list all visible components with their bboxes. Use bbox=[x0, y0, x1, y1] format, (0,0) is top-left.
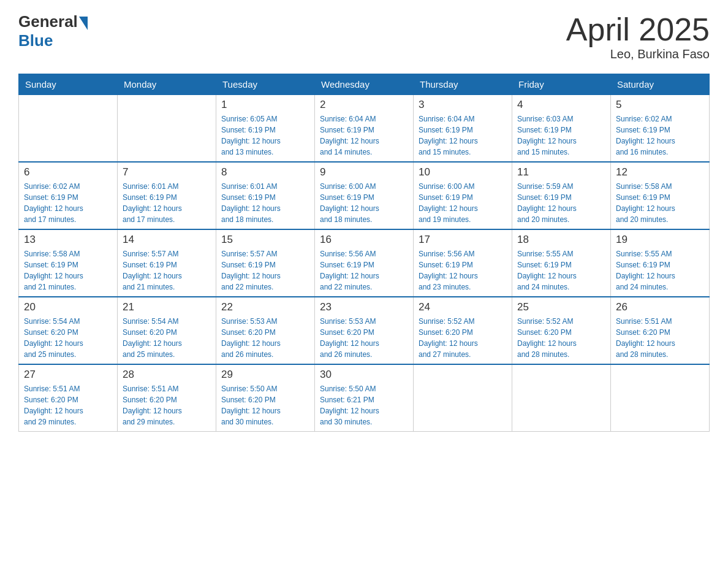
day-number: 27 bbox=[24, 369, 112, 381]
calendar-cell: 29Sunrise: 5:50 AM Sunset: 6:20 PM Dayli… bbox=[216, 364, 315, 432]
calendar-cell: 25Sunrise: 5:52 AM Sunset: 6:20 PM Dayli… bbox=[512, 297, 611, 364]
calendar-cell bbox=[512, 364, 611, 432]
day-info: Sunrise: 5:50 AM Sunset: 6:21 PM Dayligh… bbox=[320, 383, 408, 427]
calendar-week-row: 20Sunrise: 5:54 AM Sunset: 6:20 PM Dayli… bbox=[19, 297, 710, 364]
day-number: 29 bbox=[221, 369, 309, 381]
day-number: 3 bbox=[419, 99, 507, 111]
day-info: Sunrise: 5:53 AM Sunset: 6:20 PM Dayligh… bbox=[320, 316, 408, 360]
day-info: Sunrise: 5:54 AM Sunset: 6:20 PM Dayligh… bbox=[24, 316, 112, 360]
calendar-cell: 17Sunrise: 5:56 AM Sunset: 6:19 PM Dayli… bbox=[414, 229, 512, 297]
day-info: Sunrise: 5:51 AM Sunset: 6:20 PM Dayligh… bbox=[24, 383, 112, 427]
day-number: 8 bbox=[221, 166, 309, 178]
day-number: 14 bbox=[123, 234, 211, 246]
day-number: 28 bbox=[123, 369, 211, 381]
day-number: 5 bbox=[616, 99, 704, 111]
day-info: Sunrise: 5:58 AM Sunset: 6:19 PM Dayligh… bbox=[24, 248, 112, 293]
calendar-week-row: 13Sunrise: 5:58 AM Sunset: 6:19 PM Dayli… bbox=[19, 229, 710, 297]
logo-triangle-icon bbox=[79, 17, 88, 30]
calendar-header-row: SundayMondayTuesdayWednesdayThursdayFrid… bbox=[19, 74, 710, 95]
calendar-cell bbox=[19, 95, 118, 163]
calendar-cell: 1Sunrise: 6:05 AM Sunset: 6:19 PM Daylig… bbox=[216, 95, 315, 163]
day-number: 19 bbox=[616, 234, 704, 246]
calendar-cell: 3Sunrise: 6:04 AM Sunset: 6:19 PM Daylig… bbox=[414, 95, 512, 163]
calendar-cell: 2Sunrise: 6:04 AM Sunset: 6:19 PM Daylig… bbox=[315, 95, 414, 163]
day-number: 24 bbox=[419, 301, 507, 313]
column-header-friday: Friday bbox=[512, 74, 611, 95]
calendar-cell: 12Sunrise: 5:58 AM Sunset: 6:19 PM Dayli… bbox=[611, 162, 710, 229]
day-number: 4 bbox=[517, 99, 605, 111]
calendar-cell: 23Sunrise: 5:53 AM Sunset: 6:20 PM Dayli… bbox=[315, 297, 414, 364]
day-info: Sunrise: 6:01 AM Sunset: 6:19 PM Dayligh… bbox=[221, 181, 309, 225]
day-number: 23 bbox=[320, 301, 408, 313]
column-header-sunday: Sunday bbox=[19, 74, 118, 95]
day-number: 1 bbox=[221, 99, 309, 111]
calendar-cell: 22Sunrise: 5:53 AM Sunset: 6:20 PM Dayli… bbox=[216, 297, 315, 364]
day-number: 11 bbox=[517, 166, 605, 178]
day-info: Sunrise: 5:57 AM Sunset: 6:19 PM Dayligh… bbox=[221, 248, 309, 293]
calendar-cell: 7Sunrise: 6:01 AM Sunset: 6:19 PM Daylig… bbox=[118, 162, 216, 229]
calendar-week-row: 27Sunrise: 5:51 AM Sunset: 6:20 PM Dayli… bbox=[19, 364, 710, 432]
day-number: 22 bbox=[221, 301, 309, 313]
day-number: 20 bbox=[24, 301, 112, 313]
day-info: Sunrise: 6:05 AM Sunset: 6:19 PM Dayligh… bbox=[221, 113, 309, 158]
column-header-tuesday: Tuesday bbox=[216, 74, 315, 95]
column-header-thursday: Thursday bbox=[414, 74, 512, 95]
calendar-cell bbox=[118, 95, 216, 163]
calendar-cell: 21Sunrise: 5:54 AM Sunset: 6:20 PM Dayli… bbox=[118, 297, 216, 364]
day-info: Sunrise: 5:56 AM Sunset: 6:19 PM Dayligh… bbox=[320, 248, 408, 293]
day-info: Sunrise: 6:02 AM Sunset: 6:19 PM Dayligh… bbox=[616, 113, 704, 158]
calendar-cell: 11Sunrise: 5:59 AM Sunset: 6:19 PM Dayli… bbox=[512, 162, 611, 229]
day-info: Sunrise: 5:55 AM Sunset: 6:19 PM Dayligh… bbox=[517, 248, 605, 293]
day-number: 9 bbox=[320, 166, 408, 178]
calendar-cell: 4Sunrise: 6:03 AM Sunset: 6:19 PM Daylig… bbox=[512, 95, 611, 163]
day-info: Sunrise: 5:52 AM Sunset: 6:20 PM Dayligh… bbox=[419, 316, 507, 360]
logo-text-general: General bbox=[18, 12, 78, 31]
day-number: 10 bbox=[419, 166, 507, 178]
calendar-cell: 5Sunrise: 6:02 AM Sunset: 6:19 PM Daylig… bbox=[611, 95, 710, 163]
calendar-table: SundayMondayTuesdayWednesdayThursdayFrid… bbox=[18, 74, 710, 432]
calendar-cell: 26Sunrise: 5:51 AM Sunset: 6:20 PM Dayli… bbox=[611, 297, 710, 364]
day-info: Sunrise: 5:51 AM Sunset: 6:20 PM Dayligh… bbox=[616, 316, 704, 360]
page-header: General Blue April 2025 Leo, Burkina Fas… bbox=[18, 12, 710, 61]
day-number: 21 bbox=[123, 301, 211, 313]
day-number: 13 bbox=[24, 234, 112, 246]
day-number: 15 bbox=[221, 234, 309, 246]
calendar-cell: 8Sunrise: 6:01 AM Sunset: 6:19 PM Daylig… bbox=[216, 162, 315, 229]
day-info: Sunrise: 5:54 AM Sunset: 6:20 PM Dayligh… bbox=[123, 316, 211, 360]
calendar-cell bbox=[414, 364, 512, 432]
title-area: April 2025 Leo, Burkina Faso bbox=[566, 12, 710, 61]
calendar-cell: 20Sunrise: 5:54 AM Sunset: 6:20 PM Dayli… bbox=[19, 297, 118, 364]
day-info: Sunrise: 6:04 AM Sunset: 6:19 PM Dayligh… bbox=[320, 113, 408, 158]
day-number: 18 bbox=[517, 234, 605, 246]
calendar-cell: 27Sunrise: 5:51 AM Sunset: 6:20 PM Dayli… bbox=[19, 364, 118, 432]
day-info: Sunrise: 6:01 AM Sunset: 6:19 PM Dayligh… bbox=[123, 181, 211, 225]
day-number: 26 bbox=[616, 301, 704, 313]
day-number: 12 bbox=[616, 166, 704, 178]
column-header-wednesday: Wednesday bbox=[315, 74, 414, 95]
calendar-cell: 13Sunrise: 5:58 AM Sunset: 6:19 PM Dayli… bbox=[19, 229, 118, 297]
day-info: Sunrise: 6:02 AM Sunset: 6:19 PM Dayligh… bbox=[24, 181, 112, 225]
day-info: Sunrise: 5:59 AM Sunset: 6:19 PM Dayligh… bbox=[517, 181, 605, 225]
page-subtitle: Leo, Burkina Faso bbox=[566, 47, 710, 61]
day-info: Sunrise: 5:50 AM Sunset: 6:20 PM Dayligh… bbox=[221, 383, 309, 427]
calendar-cell: 16Sunrise: 5:56 AM Sunset: 6:19 PM Dayli… bbox=[315, 229, 414, 297]
calendar-cell: 9Sunrise: 6:00 AM Sunset: 6:19 PM Daylig… bbox=[315, 162, 414, 229]
column-header-monday: Monday bbox=[118, 74, 216, 95]
day-number: 30 bbox=[320, 369, 408, 381]
day-number: 6 bbox=[24, 166, 112, 178]
calendar-cell bbox=[611, 364, 710, 432]
day-info: Sunrise: 5:58 AM Sunset: 6:19 PM Dayligh… bbox=[616, 181, 704, 225]
calendar-cell: 10Sunrise: 6:00 AM Sunset: 6:19 PM Dayli… bbox=[414, 162, 512, 229]
day-number: 25 bbox=[517, 301, 605, 313]
day-info: Sunrise: 5:55 AM Sunset: 6:19 PM Dayligh… bbox=[616, 248, 704, 293]
day-info: Sunrise: 5:53 AM Sunset: 6:20 PM Dayligh… bbox=[221, 316, 309, 360]
day-info: Sunrise: 6:03 AM Sunset: 6:19 PM Dayligh… bbox=[517, 113, 605, 158]
calendar-cell: 15Sunrise: 5:57 AM Sunset: 6:19 PM Dayli… bbox=[216, 229, 315, 297]
day-info: Sunrise: 5:57 AM Sunset: 6:19 PM Dayligh… bbox=[123, 248, 211, 293]
calendar-week-row: 1Sunrise: 6:05 AM Sunset: 6:19 PM Daylig… bbox=[19, 95, 710, 163]
day-info: Sunrise: 5:51 AM Sunset: 6:20 PM Dayligh… bbox=[123, 383, 211, 427]
day-number: 7 bbox=[123, 166, 211, 178]
logo: General Blue bbox=[18, 12, 88, 50]
calendar-cell: 24Sunrise: 5:52 AM Sunset: 6:20 PM Dayli… bbox=[414, 297, 512, 364]
calendar-cell: 30Sunrise: 5:50 AM Sunset: 6:21 PM Dayli… bbox=[315, 364, 414, 432]
